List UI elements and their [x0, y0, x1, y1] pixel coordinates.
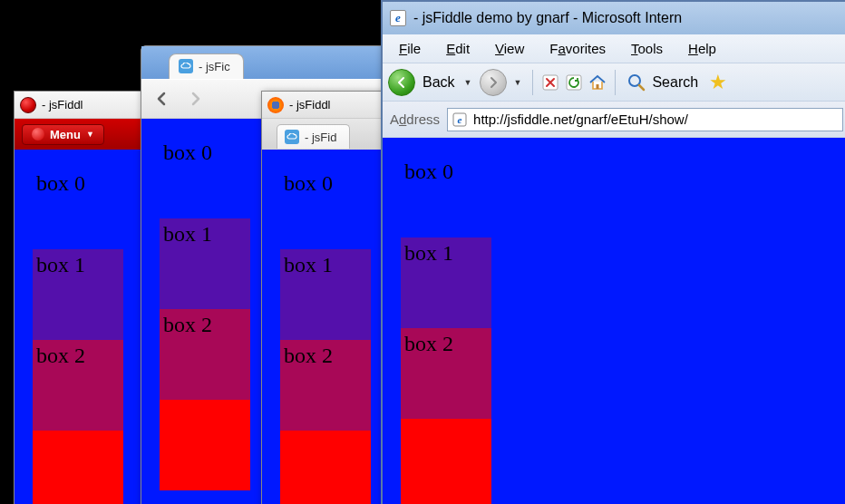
box: box 0 — [401, 156, 491, 228]
search-label: Search — [652, 74, 698, 91]
firefox-logo-icon — [267, 97, 284, 113]
ie-menubar: File Edit View Favorites Tools Help — [383, 34, 845, 63]
firefox-tab-title: - jsFid — [305, 131, 336, 144]
box — [280, 431, 371, 504]
box: box 0 — [280, 168, 371, 240]
back-dropdown-icon[interactable]: ▼ — [461, 78, 476, 87]
page-favicon-icon: e — [452, 111, 468, 128]
separator — [615, 70, 616, 95]
ie-address-bar: Address e http://jsfiddle.net/gnarf/eEtu… — [383, 102, 845, 138]
menu-help[interactable]: Help — [677, 37, 727, 60]
box: box 2 — [160, 309, 250, 400]
box: box 1 — [33, 249, 123, 340]
box — [160, 400, 250, 490]
menu-tools[interactable]: Tools — [620, 37, 674, 60]
menu-favorites[interactable]: Favorites — [539, 37, 617, 60]
box: box 2 — [280, 340, 371, 431]
address-label: Address — [390, 111, 440, 127]
menu-edit[interactable]: Edit — [435, 37, 481, 60]
opera-logo-icon — [20, 97, 36, 113]
forward-button[interactable] — [183, 87, 207, 111]
search-icon — [626, 73, 646, 92]
svg-rect-2 — [597, 84, 599, 89]
back-label: Back — [422, 74, 455, 91]
address-url-text: http://jsfiddle.net/gnarf/eEtuH/show/ — [473, 111, 688, 127]
address-input[interactable]: e http://jsfiddle.net/gnarf/eEtuH/show/ — [447, 108, 843, 131]
box: box 2 — [33, 340, 123, 431]
box: box 2 — [401, 328, 491, 419]
opera-window-title: - jsFiddl — [42, 98, 83, 111]
home-button[interactable] — [588, 73, 607, 92]
menu-file[interactable]: File — [388, 37, 432, 60]
ie-viewport: box 0 box 1 box 2 — [383, 138, 845, 504]
ie-toolbar: Back ▼ ▼ Search ★ — [383, 63, 845, 102]
box — [401, 419, 491, 504]
ie-window: e - jsFiddle demo by gnarf - Microsoft I… — [381, 0, 845, 504]
firefox-window-title: - jsFiddl — [289, 98, 331, 111]
chrome-tabstrip: - jsFic — [141, 46, 412, 79]
menu-view[interactable]: View — [484, 37, 535, 60]
box: box 0 — [160, 137, 250, 209]
box — [33, 431, 123, 504]
ie-logo-icon: e — [390, 10, 406, 26]
back-button[interactable] — [151, 87, 174, 111]
jsfiddle-favicon-icon — [179, 59, 193, 73]
forward-button[interactable] — [480, 69, 507, 96]
search-button[interactable]: Search — [626, 73, 698, 92]
opera-menu-label: Menu — [50, 128, 81, 141]
firefox-tab[interactable]: - jsFid — [277, 124, 350, 149]
box: box 0 — [33, 168, 123, 240]
stop-button[interactable] — [540, 73, 560, 92]
ie-window-title: - jsFiddle demo by gnarf - Microsoft Int… — [413, 10, 682, 26]
favorites-button[interactable]: ★ — [709, 71, 727, 94]
jsfiddle-favicon-icon — [285, 130, 299, 144]
box: box 1 — [280, 249, 371, 340]
separator — [532, 70, 533, 95]
chrome-tab-title: - jsFic — [199, 60, 230, 73]
svg-text:e: e — [458, 114, 462, 125]
opera-mini-logo-icon — [32, 128, 44, 141]
opera-menu-button[interactable]: Menu ▼ — [22, 124, 104, 145]
back-button[interactable] — [388, 69, 415, 96]
chrome-tab[interactable]: - jsFic — [169, 53, 244, 79]
box: box 1 — [401, 237, 491, 328]
chevron-down-icon: ▼ — [86, 130, 94, 139]
ie-titlebar: e - jsFiddle demo by gnarf - Microsoft I… — [383, 2, 845, 34]
refresh-button[interactable] — [564, 73, 584, 92]
forward-dropdown-icon[interactable]: ▼ — [510, 78, 526, 87]
box: box 1 — [160, 218, 250, 309]
